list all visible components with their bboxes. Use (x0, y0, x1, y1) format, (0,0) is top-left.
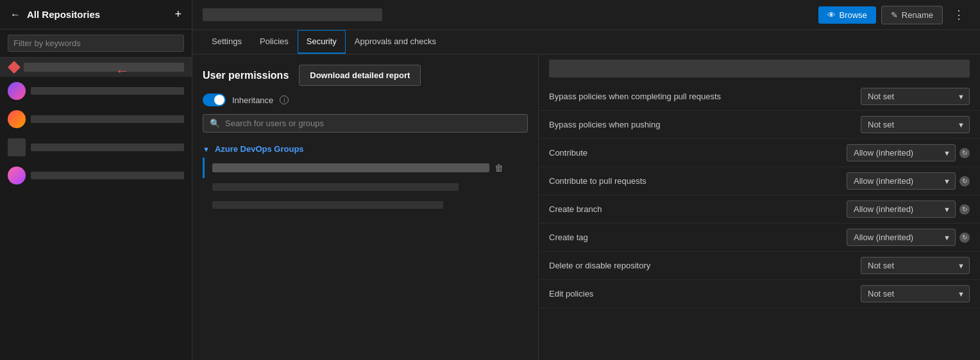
topbar-actions: 👁 Browse ✎ Rename ⋮ (818, 5, 970, 24)
select-wrapper-edit-policies: Not set Allow Allow (inherited) Deny ▼ (861, 285, 970, 302)
group-item-blurred-4[interactable] (0, 161, 192, 190)
reset-contribute-pr-button[interactable]: ↻ (959, 176, 970, 186)
back-button[interactable]: ← (10, 9, 21, 20)
user-permissions-header: User permissions Download detailed repor… (203, 65, 528, 86)
permission-label-contribute: Contribute (549, 148, 847, 158)
reset-create-tag-button[interactable]: ↻ (959, 233, 970, 243)
reset-create-branch-button[interactable]: ↻ (959, 204, 970, 215)
rename-button[interactable]: ✎ Rename (881, 6, 943, 24)
groups-section: ▼ Azure DevOps Groups 🗑 (203, 140, 528, 350)
permission-select-wrapper-edit-policies: Not set Allow Allow (inherited) Deny ▼ (861, 285, 970, 302)
permission-label-create-tag: Create tag (549, 233, 847, 242)
permission-label-contribute-pr: Contribute to pull requests (549, 176, 847, 186)
permission-row-contribute-pr: Contribute to pull requests Allow (inher… (539, 167, 980, 195)
select-wrapper-2: Not set Allow Allow (inherited) Deny ▼ (861, 116, 970, 133)
permission-select-create-branch[interactable]: Allow (inherited) Not set Allow Deny (847, 200, 956, 218)
permission-row-bypass-pushing: Bypass policies when pushing Not set All… (539, 111, 980, 139)
permission-row-edit-policies: Edit policies Not set Allow Allow (inher… (539, 280, 980, 308)
repo-title-bar (203, 8, 382, 21)
select-wrapper-create-tag: Allow (inherited) Not set Allow Deny ▼ (847, 229, 956, 246)
sidebar-title: All Repositories (27, 9, 168, 20)
permission-row-bypass-completing: Bypass policies when completing pull req… (539, 83, 980, 111)
group-item-blurred-1[interactable] (0, 77, 192, 105)
permission-select-bypass-completing[interactable]: Not set Allow Allow (inherited) Deny (861, 88, 970, 105)
permission-header-bar (549, 60, 970, 78)
select-wrapper-contribute-pr: Allow (inherited) Not set Allow Deny ▼ (847, 172, 956, 190)
permission-select-wrapper-delete-repo: Not set Allow Allow (inherited) Deny ▼ (861, 257, 970, 274)
more-options-button[interactable]: ⋮ (948, 5, 970, 24)
groups-title: Azure DevOps Groups (215, 144, 304, 154)
avatar-2 (8, 110, 26, 128)
item-name-bar (31, 87, 184, 95)
permission-label-create-branch: Create branch (549, 204, 847, 214)
filter-input[interactable] (8, 35, 184, 52)
group-item-blurred-2[interactable] (0, 105, 192, 133)
group-item-name-2 (212, 183, 459, 191)
permission-label-bypass-push: Bypass policies when pushing (549, 120, 861, 129)
permission-label-edit-policies: Edit policies (549, 289, 861, 299)
tab-security[interactable]: Security (298, 30, 346, 54)
select-wrapper-contribute: Allow (inherited) Not set Allow Deny ▼ (847, 144, 956, 161)
permission-row-create-tag: Create tag Allow (inherited) Not set All… (539, 224, 980, 252)
reset-contribute-button[interactable]: ↻ (959, 148, 970, 158)
content-area: User permissions Download detailed repor… (192, 54, 980, 360)
permission-select-wrapper-create-branch: Allow (inherited) Not set Allow Deny ▼ ↻ (847, 200, 970, 218)
group-item-1[interactable]: 🗑 (203, 158, 528, 178)
download-report-button[interactable]: Download detailed report (299, 65, 421, 86)
repo-name (24, 63, 184, 72)
group-item-name (212, 163, 489, 172)
avatar-3 (8, 138, 26, 156)
permission-select-wrapper: Not set Allow Allow (inherited) Deny ▼ (861, 88, 970, 105)
browse-button[interactable]: 👁 Browse (818, 6, 876, 24)
inheritance-row: Inheritance i (203, 94, 528, 106)
search-box: 🔍 (203, 114, 528, 133)
permission-select-wrapper-create-tag: Allow (inherited) Not set Allow Deny ▼ ↻ (847, 229, 970, 246)
permission-select-edit-policies[interactable]: Not set Allow Allow (inherited) Deny (861, 285, 970, 302)
permission-select-wrapper-2: Not set Allow Allow (inherited) Deny ▼ (861, 116, 970, 133)
permission-select-contribute-pr[interactable]: Allow (inherited) Not set Allow Deny (847, 172, 956, 190)
azure-devops-groups-header[interactable]: ▼ Azure DevOps Groups (203, 140, 528, 158)
inheritance-info-icon[interactable]: i (280, 95, 289, 104)
group-item-2[interactable] (203, 178, 528, 196)
permission-label: Bypass policies when completing pull req… (549, 92, 861, 101)
browse-icon: 👁 (827, 10, 836, 20)
user-permissions-title: User permissions (203, 70, 289, 81)
tabs-bar: Settings Policies Security Approvals and… (192, 30, 980, 54)
permission-select-create-tag[interactable]: Allow (inherited) Not set Allow Deny (847, 229, 956, 246)
delete-group-icon[interactable]: 🗑 (494, 163, 503, 173)
main-content: 👁 Browse ✎ Rename ⋮ Settings Policies Se… (192, 0, 980, 360)
chevron-down-icon: ▼ (203, 145, 210, 153)
item-name-bar-2 (31, 115, 184, 123)
permission-select-bypass-pushing[interactable]: Not set Allow Allow (inherited) Deny (861, 116, 970, 133)
avatar-4 (8, 167, 26, 184)
search-input[interactable] (225, 119, 521, 128)
sidebar-header: ← All Repositories + (0, 0, 192, 29)
inheritance-toggle[interactable] (203, 94, 226, 106)
permission-select-delete-repo[interactable]: Not set Allow Allow (inherited) Deny (861, 257, 970, 274)
sidebar: ← All Repositories + ← (0, 0, 192, 360)
sidebar-filter (0, 29, 192, 58)
right-panel: Bypass policies when completing pull req… (539, 54, 980, 360)
tab-approvals[interactable]: Approvals and checks (346, 30, 445, 54)
add-repository-button[interactable]: + (174, 8, 182, 21)
permission-row-create-branch: Create branch Allow (inherited) Not set … (539, 195, 980, 224)
permission-select-wrapper-contribute-pr: Allow (inherited) Not set Allow Deny ▼ ↻ (847, 172, 970, 190)
permission-select-contribute[interactable]: Allow (inherited) Not set Allow Deny (847, 144, 956, 161)
permission-select-wrapper-contribute: Allow (inherited) Not set Allow Deny ▼ ↻ (847, 144, 970, 161)
select-wrapper-delete-repo: Not set Allow Allow (inherited) Deny ▼ (861, 257, 970, 274)
avatar-1 (8, 82, 26, 100)
group-item-blurred-3[interactable] (0, 133, 192, 161)
repo-icon (8, 61, 21, 74)
left-panel: User permissions Download detailed repor… (192, 54, 539, 360)
tab-settings[interactable]: Settings (203, 30, 251, 54)
search-icon: 🔍 (210, 119, 220, 128)
rename-icon: ✎ (891, 10, 898, 20)
permission-row-delete-repo: Delete or disable repository Not set All… (539, 252, 980, 280)
tab-policies[interactable]: Policies (251, 30, 298, 54)
group-item-name-3 (212, 201, 443, 209)
permission-label-delete-repo: Delete or disable repository (549, 261, 861, 270)
item-name-bar-4 (31, 172, 184, 179)
inheritance-label: Inheritance (232, 95, 273, 105)
repository-item[interactable] (0, 58, 192, 77)
group-item-3[interactable] (203, 196, 528, 214)
